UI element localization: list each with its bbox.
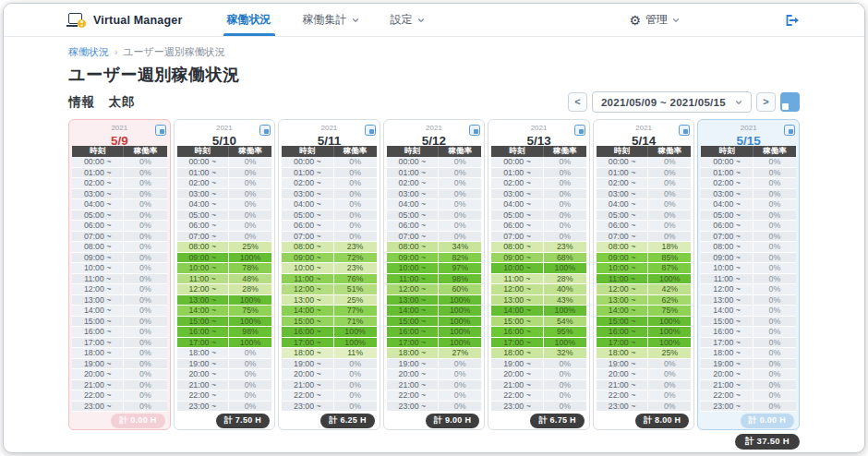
hour-row: 09:00 ~100% [177, 253, 272, 264]
rate-value: 28% [229, 284, 271, 294]
calendar-edit-icon[interactable] [155, 125, 166, 136]
hour-label: 12:00 ~ [491, 284, 543, 294]
calendar-edit-icon[interactable] [469, 125, 480, 136]
rate-value: 0% [124, 317, 166, 327]
hour-label: 11:00 ~ [597, 274, 648, 284]
hour-label: 22:00 ~ [72, 390, 124, 401]
day-rows: 00:00 ~0%01:00 ~0%02:00 ~0%03:00 ~0%04:0… [387, 157, 482, 412]
rate-value: 0% [229, 199, 271, 210]
rate-value: 100% [544, 263, 586, 273]
chevron-down-icon [417, 17, 425, 24]
rate-value: 0% [439, 168, 481, 178]
hour-label: 08:00 ~ [701, 242, 753, 252]
hour-row: 12:00 ~0% [701, 284, 796, 295]
rate-value: 100% [544, 338, 586, 348]
day-rows: 00:00 ~0%01:00 ~0%02:00 ~0%03:00 ~0%04:0… [177, 157, 272, 412]
calendar-edit-icon[interactable] [259, 125, 271, 136]
rate-value: 100% [229, 295, 271, 306]
hour-row: 17:00 ~100% [282, 338, 377, 349]
nav-settings[interactable]: 設定 [391, 4, 425, 36]
rate-value: 0% [439, 390, 481, 401]
hour-label: 04:00 ~ [282, 199, 333, 210]
rate-value: 75% [229, 306, 271, 316]
rate-value: 0% [229, 157, 271, 167]
prev-week-button[interactable]: < [568, 92, 587, 112]
calendar-edit-icon[interactable] [784, 125, 795, 136]
rate-value: 0% [124, 232, 166, 242]
hour-label: 09:00 ~ [282, 253, 333, 263]
hour-row: 02:00 ~0% [701, 178, 796, 189]
hour-row: 23:00 ~0% [387, 402, 482, 413]
hour-label: 19:00 ~ [177, 359, 229, 369]
hour-label: 07:00 ~ [387, 232, 439, 242]
nav-utilization-summary[interactable]: 稼働集計 [303, 4, 359, 36]
hour-label: 09:00 ~ [177, 253, 229, 263]
hour-row: 02:00 ~0% [177, 178, 272, 189]
calendar-edit-icon[interactable] [679, 125, 690, 136]
hour-row: 19:00 ~0% [491, 359, 586, 370]
rate-value: 0% [334, 178, 377, 188]
hour-row: 10:00 ~0% [701, 263, 796, 274]
nav-utilization-status[interactable]: 稼働状況 [227, 4, 271, 36]
hour-row: 02:00 ~0% [387, 178, 482, 189]
hour-row: 18:00 ~11% [282, 348, 377, 359]
hour-label: 14:00 ~ [491, 306, 543, 316]
hour-label: 14:00 ~ [387, 306, 439, 316]
hour-label: 05:00 ~ [491, 210, 543, 221]
hour-row: 10:00 ~0% [72, 263, 167, 274]
calendar-edit-icon[interactable] [365, 125, 376, 136]
hour-label: 20:00 ~ [387, 369, 439, 379]
day-card-footer: 計 0.00 H [701, 412, 796, 427]
hour-label: 18:00 ~ [177, 348, 229, 358]
day-card: 2021 5/13 時刻 稼働率 00:00 ~0%01:00 ~0%02:00… [488, 119, 590, 430]
hour-row: 16:00 ~0% [72, 327, 167, 338]
hour-label: 18:00 ~ [282, 348, 333, 358]
hour-row: 23:00 ~0% [597, 402, 692, 413]
next-week-button[interactable]: > [756, 92, 776, 112]
hour-label: 18:00 ~ [701, 348, 753, 358]
hour-row: 00:00 ~0% [177, 157, 272, 168]
day-rows: 00:00 ~0%01:00 ~0%02:00 ~0%03:00 ~0%04:0… [701, 157, 796, 412]
day-card-footer: 計 9.00 H [387, 412, 482, 427]
hour-row: 23:00 ~0% [72, 402, 167, 413]
day-card-footer: 計 0.00 H [72, 412, 167, 427]
hour-label: 23:00 ~ [701, 402, 753, 412]
chevron-down-icon [735, 99, 742, 106]
rate-value: 0% [753, 168, 796, 178]
hour-row: 08:00 ~23% [282, 242, 377, 253]
rate-value: 0% [753, 199, 796, 210]
hour-label: 07:00 ~ [491, 232, 543, 242]
breadcrumb-separator: › [115, 47, 117, 57]
hour-label: 20:00 ~ [597, 369, 648, 379]
hour-label: 07:00 ~ [597, 232, 648, 242]
hour-row: 19:00 ~0% [72, 359, 167, 370]
logout-icon[interactable] [785, 14, 800, 27]
date-controls: < 2021/05/09 ~ 2021/05/15 > [568, 91, 800, 113]
memo-icon[interactable] [780, 92, 800, 112]
rate-value: 0% [334, 157, 377, 167]
admin-menu[interactable]: ⚙ 管理 [629, 12, 680, 28]
date-range-select[interactable]: 2021/05/09 ~ 2021/05/15 [592, 91, 752, 113]
breadcrumb-link[interactable]: 稼働状況 [68, 45, 109, 59]
rate-value: 0% [544, 189, 586, 199]
hour-label: 01:00 ~ [701, 168, 753, 178]
hour-row: 06:00 ~0% [177, 221, 272, 232]
hour-row: 11:00 ~76% [282, 274, 377, 285]
rate-value: 0% [753, 369, 796, 379]
hour-label: 22:00 ~ [597, 390, 648, 401]
hour-label: 03:00 ~ [282, 189, 333, 199]
hour-row: 00:00 ~0% [282, 157, 377, 168]
hour-row: 03:00 ~0% [701, 189, 796, 200]
rate-value: 0% [439, 369, 481, 379]
hour-label: 03:00 ~ [387, 189, 439, 199]
hour-label: 13:00 ~ [597, 295, 648, 306]
rate-value: 0% [124, 306, 166, 316]
hour-label: 16:00 ~ [597, 327, 648, 337]
day-date: 5/10 [212, 134, 236, 148]
hour-label: 22:00 ~ [387, 390, 439, 401]
calendar-edit-icon[interactable] [574, 125, 585, 136]
hour-row: 17:00 ~100% [597, 338, 692, 349]
rate-value: 0% [124, 210, 166, 221]
rate-value: 0% [124, 380, 166, 390]
rate-value: 0% [334, 369, 377, 379]
